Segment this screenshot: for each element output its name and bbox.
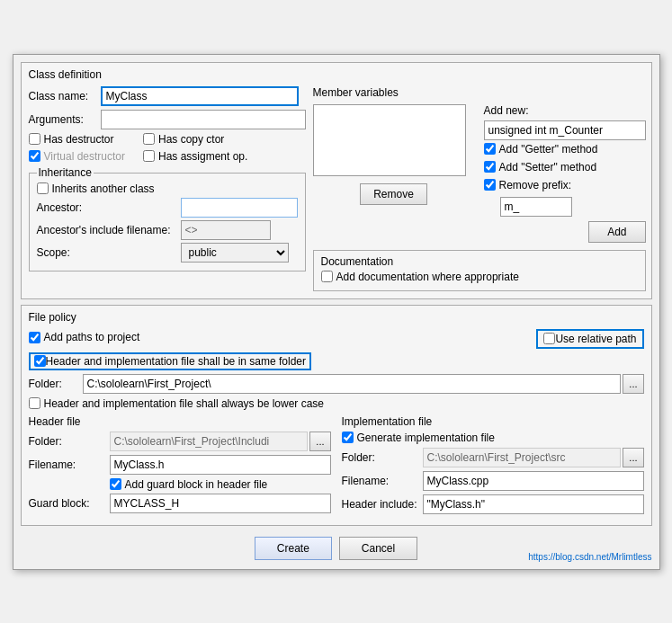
add-paths-checkbox[interactable] xyxy=(29,332,40,343)
arguments-row: Arguments: xyxy=(29,110,306,129)
generate-impl-checkbox[interactable] xyxy=(342,432,354,443)
class-name-row: Class name: xyxy=(29,86,306,106)
class-definition-title: Class definition xyxy=(29,68,644,81)
header-filename-row: Filename: xyxy=(29,455,331,475)
header-include-input[interactable] xyxy=(423,494,644,514)
member-listbox-container: Remove xyxy=(313,104,475,205)
impl-file-section: Implementation file Generate implementat… xyxy=(342,415,644,518)
header-file-section: Header file Folder: ... Filename: Add gu… xyxy=(29,415,331,518)
main-folder-input[interactable] xyxy=(83,374,622,394)
impl-folder-input[interactable] xyxy=(423,448,622,467)
ancestor-include-label: Ancestor's include filename: xyxy=(37,224,181,236)
header-filename-input[interactable] xyxy=(110,455,331,475)
virtual-destructor-row: Virtual destructor xyxy=(29,150,126,163)
member-listbox[interactable] xyxy=(313,104,466,176)
always-lower-label: Header and implementation file shall alw… xyxy=(44,397,325,410)
generate-impl-label: Generate implementation file xyxy=(357,432,495,444)
dialog: Class definition Class name: Arguments: xyxy=(13,54,660,570)
add-doc-checkbox[interactable] xyxy=(321,271,333,282)
has-copy-ctor-checkbox[interactable] xyxy=(143,133,155,145)
header-folder-label: Folder: xyxy=(29,435,110,448)
cancel-button[interactable]: Cancel xyxy=(339,537,417,560)
add-getter-checkbox[interactable] xyxy=(484,143,496,155)
generate-impl-row: Generate implementation file xyxy=(342,432,644,444)
has-destructor-checkbox[interactable] xyxy=(29,133,40,145)
impl-folder-row: Folder: ... xyxy=(342,448,644,467)
header-folder-input[interactable] xyxy=(110,432,309,451)
scope-row: Scope: public protected private xyxy=(37,243,298,263)
folder-label: Folder: xyxy=(29,378,83,390)
use-relative-container: Use relative path xyxy=(536,329,643,349)
member-variables-title: Member variables xyxy=(313,86,646,99)
scope-label: Scope: xyxy=(37,246,181,259)
file-policy-title: File policy xyxy=(29,311,644,324)
add-guard-checkbox[interactable] xyxy=(110,478,121,490)
add-setter-checkbox[interactable] xyxy=(484,161,496,173)
dialog-footer: Create Cancel https://blog.csdn.net/Mrli… xyxy=(21,531,652,562)
impl-folder-label: Folder: xyxy=(342,451,423,464)
scope-select[interactable]: public protected private xyxy=(181,243,289,263)
header-impl-same-checkbox[interactable] xyxy=(34,355,46,367)
always-lower-row: Header and implementation file shall alw… xyxy=(29,397,644,410)
impl-file-title: Implementation file xyxy=(342,415,644,428)
guard-block-label: Guard block: xyxy=(29,497,110,510)
guard-block-input[interactable] xyxy=(110,494,331,513)
always-lower-checkbox[interactable] xyxy=(29,397,40,409)
has-copy-ctor-row: Has copy ctor xyxy=(143,133,247,146)
arguments-input[interactable] xyxy=(101,110,306,129)
has-copy-ctor-label: Has copy ctor xyxy=(158,133,224,146)
remove-prefix-label: Remove prefix: xyxy=(499,179,572,191)
ancestor-input[interactable] xyxy=(181,198,298,218)
add-new-label: Add new: xyxy=(484,104,646,117)
file-columns: Header file Folder: ... Filename: Add gu… xyxy=(29,415,644,518)
remove-prefix-checkbox[interactable] xyxy=(484,179,496,191)
add-paths-row: Add paths to project xyxy=(29,331,140,343)
documentation-title: Documentation xyxy=(321,255,638,268)
ancestor-include-row: Ancestor's include filename: xyxy=(37,220,298,240)
footer-link: https://blog.csdn.net/Mrlimtless xyxy=(528,552,651,562)
has-assigment-row: Has assigment op. xyxy=(143,150,247,163)
ancestor-row: Ancestor: xyxy=(37,198,298,218)
add-doc-row: Add documentation where appropriate xyxy=(321,271,638,283)
main-browse-button[interactable]: ... xyxy=(623,374,643,394)
add-button[interactable]: Add xyxy=(588,221,645,243)
header-include-row: Header include: xyxy=(342,494,644,514)
add-doc-label: Add documentation where appropriate xyxy=(336,271,519,283)
add-paths-label: Add paths to project xyxy=(44,331,140,343)
class-name-label: Class name: xyxy=(29,90,101,102)
header-filename-label: Filename: xyxy=(29,458,110,471)
impl-browse-button[interactable]: ... xyxy=(623,448,643,467)
main-folder-row: Folder: ... xyxy=(29,374,644,394)
add-getter-label: Add "Getter" method xyxy=(499,143,598,156)
inheritance-title: Inheritance xyxy=(37,166,94,179)
header-folder-row: Folder: ... xyxy=(29,432,331,451)
create-button[interactable]: Create xyxy=(255,537,332,560)
virtual-destructor-checkbox[interactable] xyxy=(29,150,40,162)
arguments-label: Arguments: xyxy=(29,113,101,126)
add-new-input[interactable] xyxy=(484,120,646,140)
header-impl-highlight: Header and implementation file shall be … xyxy=(29,352,312,370)
header-browse-button[interactable]: ... xyxy=(309,432,330,451)
add-guard-label: Add guard block in header file xyxy=(125,478,268,491)
class-definition-section: Class definition Class name: Arguments: xyxy=(21,62,652,299)
header-impl-same-label: Header and implementation file shall be … xyxy=(46,355,307,368)
add-setter-row: Add "Setter" method xyxy=(484,161,646,174)
has-assigment-checkbox[interactable] xyxy=(143,150,155,162)
inherits-another-label: Inherits another class xyxy=(52,182,155,195)
ancestor-include-input[interactable] xyxy=(181,220,271,240)
impl-filename-label: Filename: xyxy=(342,475,423,487)
member-right-controls: Add new: Add "Getter" method Add "Setter… xyxy=(484,104,646,243)
inherits-another-checkbox[interactable] xyxy=(37,182,49,194)
use-relative-checkbox[interactable] xyxy=(543,333,555,344)
has-assigment-label: Has assigment op. xyxy=(158,150,247,163)
class-name-input[interactable] xyxy=(101,86,299,106)
impl-filename-input[interactable] xyxy=(423,471,644,491)
file-policy-section: File policy Add paths to project Use rel… xyxy=(21,305,652,526)
prefix-input[interactable] xyxy=(500,197,572,217)
top-policy-row: Add paths to project Use relative path xyxy=(29,329,644,349)
remove-button[interactable]: Remove xyxy=(360,183,427,205)
has-destructor-label: Has destructor xyxy=(44,133,114,146)
impl-filename-row: Filename: xyxy=(342,471,644,491)
add-getter-row: Add "Getter" method xyxy=(484,143,646,156)
header-include-label: Header include: xyxy=(342,498,423,511)
